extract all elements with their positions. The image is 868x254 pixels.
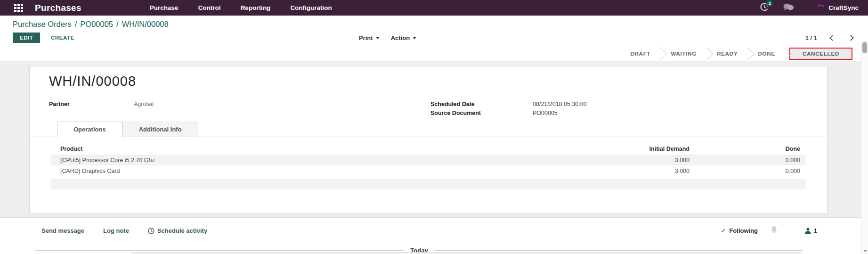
create-button[interactable]: CREATE xyxy=(51,35,74,41)
divider-line xyxy=(435,250,803,251)
pager: 1 / 1 xyxy=(805,34,853,41)
following-label: Following xyxy=(729,227,758,234)
company-logo-icon xyxy=(817,4,825,11)
cell-initial-demand: 3.000 xyxy=(548,157,690,164)
stage-cancelled-active[interactable]: CANCELLED xyxy=(789,48,852,60)
scheduled-date-value: 08/21/2018 05:30:00 xyxy=(533,100,587,109)
chatter: Send message Log note Schedule activity … xyxy=(0,218,868,254)
breadcrumb-purchase-orders[interactable]: Purchase Orders xyxy=(13,20,72,28)
partner-label: Partner xyxy=(49,100,134,109)
scheduled-date-label: Scheduled Date xyxy=(430,100,533,109)
source-document-value: PO00005 xyxy=(533,109,558,118)
tab-operations[interactable]: Operations xyxy=(57,122,122,137)
breadcrumb: Purchase Orders/PO00005/WH/IN/00008 xyxy=(13,20,868,29)
print-label: Print xyxy=(359,34,373,41)
clock-icon xyxy=(148,228,154,234)
pager-previous-icon[interactable] xyxy=(829,35,836,41)
form-view-background: WH/IN/00008 Partner Agrolait Scheduled D… xyxy=(0,61,868,218)
bell-icon xyxy=(771,226,778,234)
navbar-right: 2 CraftSync xyxy=(760,2,859,14)
top-navbar: Purchases Purchase Control Reporting Con… xyxy=(0,0,868,16)
action-dropdowns: Print Action xyxy=(359,34,428,41)
edit-button[interactable]: EDIT xyxy=(13,33,40,43)
chatter-toolbar: Send message Log note Schedule activity … xyxy=(0,226,868,236)
activity-menu-icon[interactable]: 2 xyxy=(760,2,769,14)
statusbar: DRAFT WAITING READY DONE CANCELLED xyxy=(0,47,868,61)
following-button[interactable]: ✓ Following xyxy=(721,227,758,234)
breadcrumb-separator: / xyxy=(75,20,77,28)
cell-initial-demand: 3.000 xyxy=(548,168,690,174)
user-menu[interactable]: CraftSync xyxy=(817,4,859,11)
breadcrumb-separator: / xyxy=(116,20,119,28)
field-scheduled-date: Scheduled Date 08/21/2018 05:30:00 xyxy=(430,100,587,109)
nav-item-configuration[interactable]: Configuration xyxy=(290,4,332,11)
pager-value: 1 / 1 xyxy=(805,34,817,41)
control-panel-buttons: EDIT CREATE xyxy=(13,32,868,43)
caret-down-icon xyxy=(376,37,380,39)
check-icon: ✓ xyxy=(721,227,726,234)
follow-bell-icon[interactable] xyxy=(771,226,778,236)
cell-product: [CPUi5] Processor Core i5 2.70 Ghz xyxy=(60,157,548,164)
cell-done: 0.000 xyxy=(690,157,800,164)
column-header-initial-demand: Initial Demand xyxy=(548,146,690,152)
notebook-tabs: Operations Additional Info xyxy=(30,122,827,137)
apps-menu-icon[interactable] xyxy=(14,4,23,12)
cell-done: 0.000 xyxy=(690,168,800,174)
nav-item-control[interactable]: Control xyxy=(198,4,221,11)
pager-next-icon[interactable] xyxy=(848,35,854,41)
table-row[interactable]: [CARD] Graphics Card 3.000 0.000 xyxy=(51,165,806,176)
action-dropdown[interactable]: Action xyxy=(391,34,416,41)
tab-additional-info[interactable]: Additional Info xyxy=(122,122,198,137)
speech-bubbles-icon xyxy=(783,3,794,11)
field-source-document: Source Document PO00005 xyxy=(430,109,587,118)
action-label: Action xyxy=(391,34,410,41)
table-header-row: Product Initial Demand Done xyxy=(51,143,806,155)
stage-chevron-icon xyxy=(654,48,667,60)
app-name: Purchases xyxy=(35,3,81,13)
schedule-activity-label: Schedule activity xyxy=(157,227,207,234)
print-dropdown[interactable]: Print xyxy=(359,34,380,41)
field-group-right: Scheduled Date 08/21/2018 05:30:00 Sourc… xyxy=(430,100,587,118)
send-message-button[interactable]: Send message xyxy=(41,227,84,234)
message-thread-edge xyxy=(131,252,802,254)
person-icon xyxy=(805,228,811,234)
breadcrumb-current: WH/IN/00008 xyxy=(122,20,169,28)
field-groups: Partner Agrolait Scheduled Date 08/21/20… xyxy=(30,100,827,109)
table-row-empty xyxy=(51,179,806,189)
purchases-app-page: Purchases Purchase Control Reporting Con… xyxy=(0,0,868,254)
control-panel: Purchase Orders/PO00005/WH/IN/00008 EDIT… xyxy=(0,16,868,47)
form-sheet: WH/IN/00008 Partner Agrolait Scheduled D… xyxy=(29,66,827,214)
source-document-label: Source Document xyxy=(430,109,533,118)
nav-item-purchase[interactable]: Purchase xyxy=(150,4,178,11)
table-row[interactable]: [CPUi5] Processor Core i5 2.70 Ghz 3.000… xyxy=(51,155,806,165)
record-title: WH/IN/00008 xyxy=(49,74,827,89)
nav-item-reporting[interactable]: Reporting xyxy=(241,4,271,11)
stage-chevron-icon xyxy=(700,48,713,60)
divider-line xyxy=(35,250,404,251)
messages-icon[interactable] xyxy=(783,3,794,13)
stage-chevron-icon xyxy=(742,48,754,60)
followers-button[interactable]: 1 xyxy=(805,228,817,234)
partner-value-link[interactable]: Agrolait xyxy=(134,100,154,109)
breadcrumb-po00005[interactable]: PO00005 xyxy=(80,20,113,28)
log-note-button[interactable]: Log note xyxy=(103,227,129,234)
scrollbar-thumb[interactable] xyxy=(862,42,867,53)
user-name: CraftSync xyxy=(828,4,859,11)
column-header-done: Done xyxy=(690,146,800,152)
nav-menu: Purchase Control Reporting Configuration xyxy=(150,4,352,11)
vertical-scrollbar[interactable] xyxy=(861,41,868,254)
operations-table: Product Initial Demand Done [CPUi5] Proc… xyxy=(51,143,806,189)
activity-count-badge: 2 xyxy=(766,0,773,7)
caret-down-icon xyxy=(413,37,416,39)
scrollbar-down-arrow-icon[interactable] xyxy=(863,250,867,252)
cell-product: [CARD] Graphics Card xyxy=(60,168,548,174)
schedule-activity-button[interactable]: Schedule activity xyxy=(148,227,207,234)
follower-count: 1 xyxy=(814,228,817,234)
column-header-product: Product xyxy=(60,146,548,152)
